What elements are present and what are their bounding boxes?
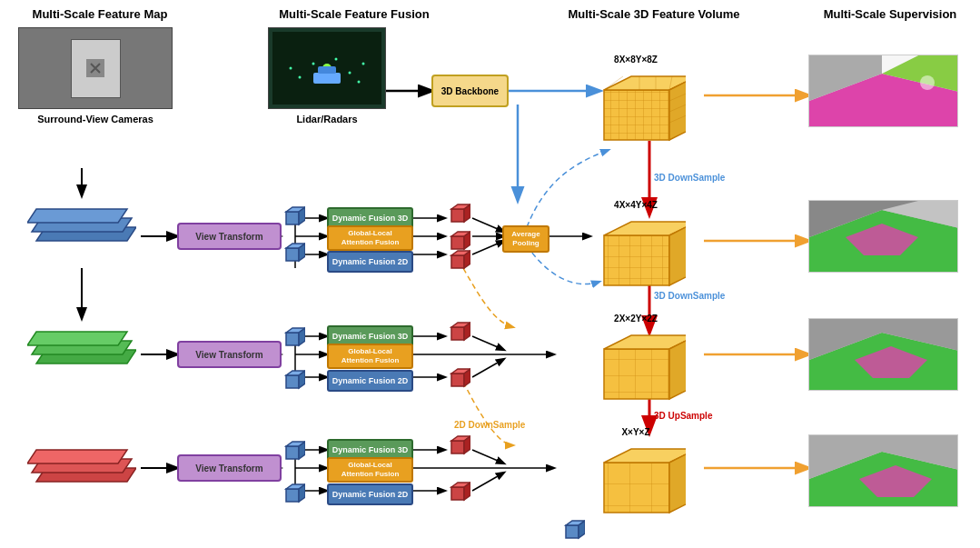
svg-marker-92 [451,441,464,453]
svg-line-11 [472,218,504,232]
svg-rect-118 [604,463,669,513]
svg-marker-71 [286,248,299,261]
supervision-img-1 [808,55,958,127]
svg-point-50 [312,63,315,65]
view-transform-row2: View Transform [177,341,282,368]
feat-layers-row2 [27,318,136,376]
ds3d-label-2: 3D DownSample [654,291,725,301]
svg-rect-57 [313,73,341,84]
header-col3: Multi-Scale 3D Feature Volume [554,7,754,21]
svg-marker-95 [451,487,464,500]
view-transform-row3: View Transform [177,454,282,482]
supervision-img-2 [808,200,958,273]
svg-marker-74 [566,525,579,538]
feat-layers-row1 [27,195,136,254]
red-cube-r1-top [445,202,470,231]
svg-marker-68 [286,212,299,224]
lidar-label: Lidar/Radars [268,114,386,125]
camera-image [18,27,173,109]
svg-line-13 [472,241,504,254]
svg-marker-140 [286,333,299,345]
svg-marker-80 [451,236,464,249]
view-transform-row1: View Transform [177,223,282,250]
svg-line-35 [472,450,504,463]
header-col2: Multi-Scale Feature Fusion [263,7,445,21]
red-cube-r3-top [445,433,470,463]
red-cube-r3-bot [445,480,470,509]
backbone-box: 3D Backbone [431,75,509,107]
glaf-r3: Global-LocalAttention Fusion [327,457,413,483]
blue-cube-r2-bot [280,368,305,397]
red-cube-r2-top [445,320,470,349]
vol-4xyz: 4X×4Y×4Z [586,200,686,298]
svg-marker-146 [286,446,299,459]
svg-marker-143 [286,375,299,388]
svg-rect-58 [318,66,336,74]
avg-pool-r1: AveragePooling [502,225,549,253]
supervision-img-4 [808,434,958,507]
svg-marker-89 [451,374,464,386]
blue-cube-r2-top [280,325,305,354]
df2d-r1: Dynamic Fusion 2D [327,251,413,273]
svg-marker-77 [451,209,464,222]
svg-point-52 [335,58,338,61]
svg-rect-114 [604,349,669,399]
ds3d-label-1: 3D DownSample [654,173,725,183]
svg-marker-83 [451,255,464,268]
vol-8xyz: 8X×8Y×8Z [586,55,686,153]
svg-point-126 [920,75,935,90]
vol-2xyz: 2X×2Y×2Z [586,314,686,412]
diagram: Multi-Scale Feature Map Multi-Scale Feat… [0,0,980,548]
svg-point-55 [290,67,292,70]
feat-layers-row3 [27,436,136,494]
header-col1: Multi-Scale Feature Map [18,7,182,21]
df2d-r2: Dynamic Fusion 2D [327,370,413,392]
svg-marker-149 [286,489,299,502]
svg-point-49 [299,76,302,79]
svg-marker-61 [27,209,127,223]
glaf-r1: Global-LocalAttention Fusion [327,225,413,251]
glaf-r2: Global-LocalAttention Fusion [327,344,413,369]
svg-line-24 [472,336,504,350]
red-cube-r2-bot [445,366,470,395]
lidar-image [268,27,386,109]
svg-rect-99 [604,90,669,140]
svg-point-56 [362,63,365,65]
svg-rect-110 [604,235,669,285]
red-cube-r1-bot [445,248,470,277]
svg-point-53 [349,72,351,75]
svg-point-54 [358,81,361,84]
blue-cube-r1-top [280,204,305,234]
svg-marker-64 [27,332,127,345]
df2d-r3: Dynamic Fusion 2D [327,483,413,505]
ds2d-label: 2D DownSample [454,420,525,430]
supervision-img-3 [808,318,958,391]
header-col4: Multi-Scale Supervision [808,7,972,21]
blue-cube-r1-mid [280,241,305,270]
svg-marker-67 [27,450,127,463]
vol-xyz: X×Y×Z [586,427,686,525]
blue-cube-r3-bot [280,482,305,511]
svg-marker-86 [451,327,464,340]
cameras-label: Surround-View Cameras [18,114,173,125]
svg-line-25 [472,359,504,377]
blue-cube-r3-top [280,439,305,468]
svg-line-36 [472,473,504,491]
upsample-label: 3D UpSample [654,411,712,421]
